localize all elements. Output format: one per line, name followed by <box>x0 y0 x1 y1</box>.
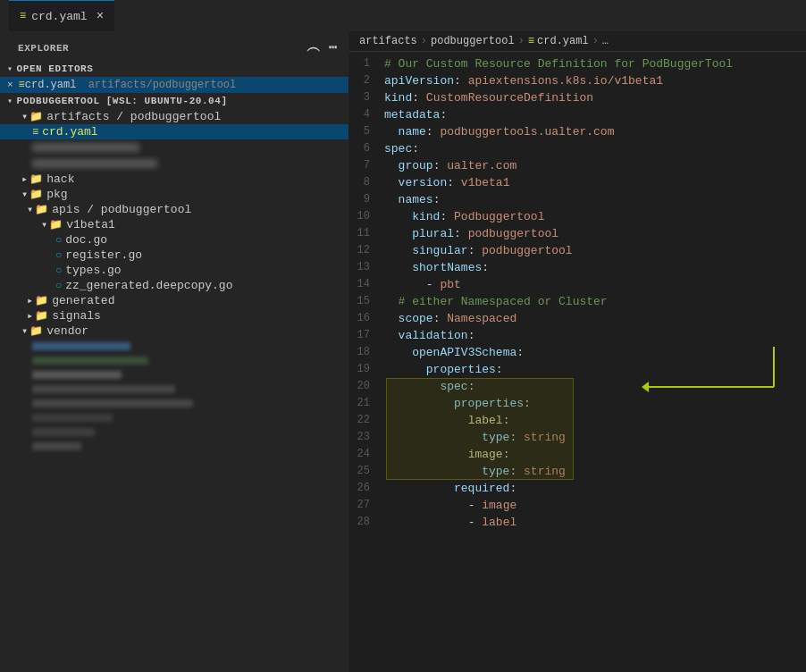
sidebar: EXPLORER ︵ ⋯ ▾ OPEN EDITORS × ≡ crd.yaml… <box>0 31 348 672</box>
line-num-17: 17 <box>348 327 384 344</box>
tree-item-pkg[interactable]: ▾ 📁 pkg <box>0 187 348 202</box>
project-section-title[interactable]: ▾ PODBUGGERTOOL [WSL: UBUNTU-20.04] <box>0 93 348 109</box>
line-num-22: 22 <box>348 412 384 429</box>
project-chevron: ▾ <box>7 96 13 106</box>
yaml-icon: ≡ <box>19 79 25 91</box>
line-num-10: 10 <box>348 208 384 225</box>
code-line-26: 26 required: <box>348 480 806 497</box>
line-content-5: name: podbuggertools.ualter.com <box>384 123 614 140</box>
tree-item-signals[interactable]: ▸ 📁 signals <box>0 308 348 323</box>
code-container[interactable]: 1 # Our Custom Resource Definition for P… <box>348 52 806 672</box>
tab-close-button[interactable]: × <box>97 9 104 23</box>
folder-icon-vendor: 📁 <box>29 324 43 338</box>
code-line-9: 9 names: <box>348 191 806 208</box>
code-line-5: 5 name: podbuggertools.ualter.com <box>348 123 806 140</box>
code-line-12: 12 singular: podbuggertool <box>348 242 806 259</box>
line-num-3: 3 <box>348 89 384 106</box>
open-editors-label: OPEN EDITORS <box>17 63 94 74</box>
line-num-18: 18 <box>348 344 384 361</box>
zz-generated-label: zz_generated.deepcopy.go <box>65 279 232 292</box>
code-line-23: 23 type: string <box>348 429 806 446</box>
line-num-8: 8 <box>348 174 384 191</box>
line-content-12: singular: podbuggertool <box>384 242 573 259</box>
line-content-25: type: string <box>384 463 566 480</box>
folder-icon-pkg: 📁 <box>29 188 43 201</box>
code-line-15: 15 # either Namespaced or Cluster <box>348 293 806 310</box>
breadcrumb-ellipsis[interactable]: … <box>602 35 609 47</box>
tree-item-hack[interactable]: ▸ 📁 hack <box>0 172 348 187</box>
line-content-11: plural: podbuggertool <box>384 225 558 242</box>
blurred-vendor-6[interactable] <box>0 410 348 424</box>
breadcrumb: artifacts › podbuggertool › ≡ crd.yaml ›… <box>348 31 806 52</box>
breadcrumb-sep-1: › <box>421 35 427 47</box>
folder-icon-apis: 📁 <box>35 203 48 216</box>
line-num-15: 15 <box>348 293 384 310</box>
close-editor-icon[interactable]: × <box>7 80 13 90</box>
blurred-item-2[interactable] <box>0 155 348 172</box>
hack-label: hack <box>46 172 74 186</box>
line-num-1: 1 <box>348 55 384 72</box>
open-editors-section[interactable]: ▾ OPEN EDITORS <box>0 61 348 77</box>
folder-icon: 📁 <box>29 110 43 123</box>
code-line-17: 17 validation: <box>348 327 806 344</box>
tree-item-crd-yaml[interactable]: ≡ crd.yaml <box>0 124 348 139</box>
more-actions-icon[interactable]: ⋯ <box>329 38 338 57</box>
register-go-label: register.go <box>65 248 142 262</box>
chevron-down-icon: ▾ <box>21 110 28 123</box>
breadcrumb-file-icon: ≡ <box>528 35 534 47</box>
code-line-16: 16 scope: Namespaced <box>348 310 806 327</box>
breadcrumb-artifacts[interactable]: artifacts <box>359 35 417 47</box>
tree-item-v1beta1[interactable]: ▾ 📁 v1beta1 <box>0 217 348 232</box>
tree-item-artifacts-folder[interactable]: ▾ 📁 artifacts / podbuggertool <box>0 109 348 124</box>
doc-go-label: doc.go <box>65 233 107 247</box>
tree-item-generated[interactable]: ▸ 📁 generated <box>0 293 348 308</box>
blurred-vendor-2[interactable] <box>0 353 348 367</box>
line-content-3: kind: CustomResourceDefinition <box>384 89 593 106</box>
tree-item-doc-go[interactable]: ○ doc.go <box>0 232 348 248</box>
line-num-11: 11 <box>348 225 384 242</box>
tree-item-crd-label: crd.yaml <box>42 125 97 139</box>
open-editor-path: artifacts/podbuggertool <box>88 79 237 91</box>
tree-item-apis[interactable]: ▾ 📁 apis / podbuggertool <box>0 202 348 217</box>
tree-item-zz-generated[interactable]: ○ zz_generated.deepcopy.go <box>0 278 348 293</box>
new-file-icon[interactable]: ︵ <box>306 38 322 57</box>
code-line-27: 27 - image <box>348 497 806 514</box>
blurred-vendor-1[interactable] <box>0 339 348 353</box>
go-file-icon: ○ <box>55 234 62 247</box>
blurred-vendor-3[interactable] <box>0 367 348 382</box>
line-num-20: 20 <box>348 378 384 395</box>
open-editor-item[interactable]: × ≡ crd.yaml artifacts/podbuggertool <box>0 77 348 93</box>
breadcrumb-filename[interactable]: crd.yaml <box>537 35 589 47</box>
breadcrumb-podbuggertool[interactable]: podbuggertool <box>431 35 515 47</box>
apis-label: apis / podbuggertool <box>52 203 191 216</box>
go-file-icon-types: ○ <box>55 265 62 277</box>
blurred-vendor-4[interactable] <box>0 382 348 396</box>
folder-icon-signals: 📁 <box>35 309 48 323</box>
tree-item-types-go[interactable]: ○ types.go <box>0 263 348 278</box>
code-line-1: 1 # Our Custom Resource Definition for P… <box>348 55 806 72</box>
pkg-label: pkg <box>46 188 67 201</box>
types-go-label: types.go <box>65 264 121 277</box>
folder-icon-generated: 📁 <box>35 294 48 307</box>
blurred-vendor-8[interactable] <box>0 439 348 453</box>
line-content-9: names: <box>384 191 440 208</box>
line-content-7: group: ualter.com <box>384 157 516 174</box>
blurred-item-1[interactable] <box>0 139 348 155</box>
editor-tab[interactable]: ≡ crd.yaml × <box>9 0 114 31</box>
folder-icon-v1beta1: 📁 <box>49 218 63 231</box>
chevron-right-generated-icon: ▸ <box>27 294 33 307</box>
line-num-13: 13 <box>348 259 384 276</box>
line-num-24: 24 <box>348 446 384 463</box>
tree-item-register-go[interactable]: ○ register.go <box>0 248 348 263</box>
line-num-16: 16 <box>348 310 384 327</box>
blurred-vendor-7[interactable] <box>0 424 348 439</box>
sidebar-header: EXPLORER ︵ ⋯ <box>0 31 348 61</box>
code-line-3: 3 kind: CustomResourceDefinition <box>348 89 806 106</box>
line-content-26: required: <box>384 480 516 497</box>
chevron-right-icon: ▸ <box>21 172 28 186</box>
line-content-14: - pbt <box>384 276 461 293</box>
tree-item-vendor[interactable]: ▾ 📁 vendor <box>0 323 348 339</box>
open-editors-chevron: ▾ <box>7 63 13 74</box>
blurred-vendor-5[interactable] <box>0 396 348 410</box>
chevron-down-v1beta1-icon: ▾ <box>41 218 47 231</box>
